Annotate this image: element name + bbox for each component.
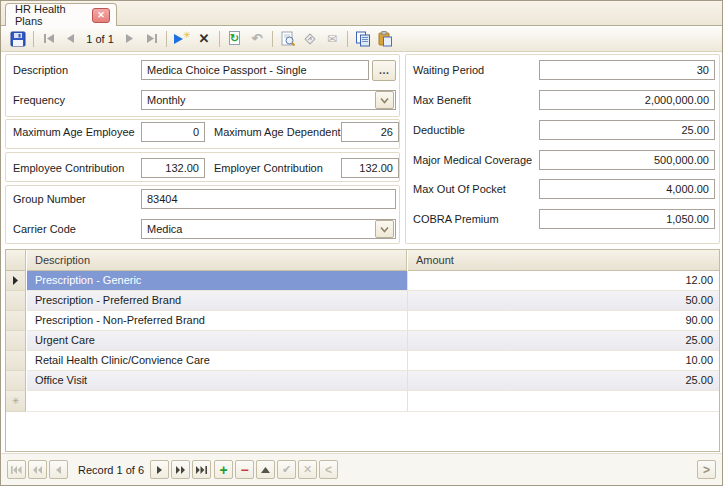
nav-commit-icon[interactable]: ✔ xyxy=(277,460,296,479)
carrier-code-label: Carrier Code xyxy=(13,223,76,235)
nav-fast-previous-icon[interactable] xyxy=(28,460,47,479)
tab-hr-health-plans[interactable]: HR Health Plans ✕ xyxy=(5,3,117,26)
last-record-icon[interactable] xyxy=(141,29,161,49)
toolbar-separator xyxy=(219,31,220,47)
nav-fast-next-icon[interactable] xyxy=(171,460,190,479)
app-window: HR Health Plans ✕ 1 of 1 xyxy=(0,0,723,486)
nav-next-icon[interactable] xyxy=(150,460,169,479)
table-row[interactable]: Retail Health Clinic/Convience Care 10.0… xyxy=(6,351,719,371)
refresh-icon[interactable]: ↻ xyxy=(225,29,245,49)
table-row[interactable]: Urgent Care 25.00 xyxy=(6,331,719,351)
major-medical-coverage-input[interactable]: 500,000.00 xyxy=(539,150,715,170)
frequency-select[interactable]: Monthly xyxy=(141,90,396,110)
scroll-right-icon[interactable]: > xyxy=(697,460,716,479)
nav-delete-row-icon[interactable]: − xyxy=(235,460,254,479)
nav-last-icon[interactable] xyxy=(192,460,211,479)
waiting-period-label: Waiting Period xyxy=(413,64,484,76)
maximum-age-employee-label: Maximum Age Employee xyxy=(13,126,135,138)
toolbar-separator xyxy=(347,31,348,47)
row-amount[interactable]: 50.00 xyxy=(407,291,719,311)
column-header-amount[interactable]: Amount xyxy=(408,250,719,271)
row-description[interactable]: Prescription - Preferred Brand xyxy=(27,291,407,311)
selected-row-indicator-icon xyxy=(6,271,26,291)
record-navigator: Record 1 of 6 + − ✔ ✕ < > xyxy=(1,453,722,485)
next-record-icon[interactable] xyxy=(119,29,139,49)
column-header-description[interactable]: Description xyxy=(27,250,407,271)
employer-contribution-input[interactable]: 132.00 xyxy=(341,158,399,178)
max-out-of-pocket-label: Max Out Of Pocket xyxy=(413,183,506,195)
copy-icon[interactable] xyxy=(353,29,373,49)
new-row[interactable]: ✳ xyxy=(6,391,719,412)
maximum-age-dependent-input[interactable]: 26 xyxy=(341,122,399,142)
row-amount[interactable]: 25.00 xyxy=(407,331,719,351)
table-row[interactable]: Office Visit 25.00 xyxy=(6,371,719,391)
nav-previous-icon[interactable] xyxy=(49,460,68,479)
cobra-premium-label: COBRA Premium xyxy=(413,213,499,225)
employee-contribution-label: Employee Contribution xyxy=(13,162,124,174)
maximum-age-employee-input[interactable]: 0 xyxy=(141,122,205,142)
table-row[interactable]: Prescription - Non-Preferred Brand 90.00 xyxy=(6,311,719,331)
cobra-premium-input[interactable]: 1,050.00 xyxy=(539,209,715,229)
carrier-code-dropdown-icon[interactable] xyxy=(375,220,394,238)
toolbar-separator xyxy=(33,31,34,47)
row-description[interactable]: Retail Health Clinic/Convience Care xyxy=(27,351,407,371)
tab-bar: HR Health Plans ✕ xyxy=(1,1,722,26)
email-icon[interactable]: ✉ xyxy=(322,29,342,49)
paste-icon[interactable] xyxy=(375,29,395,49)
close-icon[interactable]: ✕ xyxy=(92,8,110,23)
row-amount[interactable]: 12.00 xyxy=(407,271,719,291)
table-row[interactable]: Prescription - Preferred Brand 50.00 xyxy=(6,291,719,311)
deductible-input[interactable]: 25.00 xyxy=(539,120,715,140)
frequency-dropdown-icon[interactable] xyxy=(375,91,394,109)
drill-down-icon[interactable] xyxy=(300,29,320,49)
row-amount[interactable]: 10.00 xyxy=(407,351,719,371)
frequency-label: Frequency xyxy=(13,94,65,106)
new-record-icon[interactable]: ✳ xyxy=(172,29,192,49)
maximum-age-dependent-label: Maximum Age Dependent xyxy=(214,126,341,138)
row-description[interactable]: Prescription - Generic xyxy=(27,271,407,291)
delete-record-icon[interactable]: ✕ xyxy=(194,29,214,49)
save-icon[interactable] xyxy=(8,29,28,49)
description-lookup-button[interactable]: … xyxy=(372,60,396,81)
row-amount[interactable]: 90.00 xyxy=(407,311,719,331)
group-number-input[interactable]: 83404 xyxy=(141,189,396,209)
undo-icon[interactable]: ↶ xyxy=(247,29,267,49)
employer-contribution-label: Employer Contribution xyxy=(214,162,323,174)
waiting-period-input[interactable]: 30 xyxy=(539,60,715,80)
toolbar-separator xyxy=(272,31,273,47)
nav-edit-row-icon[interactable] xyxy=(256,460,275,479)
major-medical-coverage-label: Major Medical Coverage xyxy=(413,154,532,166)
max-benefit-input[interactable]: 2,000,000.00 xyxy=(539,90,715,110)
description-input[interactable]: Medica Choice Passport - Single xyxy=(141,60,369,80)
plan-amounts-grid: Description Amount Prescription - Generi… xyxy=(5,249,720,452)
table-row[interactable]: Prescription - Generic 12.00 xyxy=(6,271,719,291)
grid-corner-cell xyxy=(6,250,26,271)
group-number-label: Group Number xyxy=(13,193,86,205)
nav-cancel-icon[interactable]: ✕ xyxy=(298,460,317,479)
toolbar-separator xyxy=(166,31,167,47)
row-description[interactable]: Urgent Care xyxy=(27,331,407,351)
new-row-marker-icon: ✳ xyxy=(6,391,26,412)
nav-add-row-icon[interactable]: + xyxy=(214,460,233,479)
record-count-label: Record 1 of 6 xyxy=(78,464,144,476)
scroll-left-icon[interactable]: < xyxy=(319,460,338,479)
toolbar: 1 of 1 ✳ ✕ ↻ ↶ xyxy=(1,26,722,52)
tab-title: HR Health Plans xyxy=(15,3,92,27)
employee-contribution-input[interactable]: 132.00 xyxy=(141,158,205,178)
first-record-icon[interactable] xyxy=(39,29,59,49)
record-position: 1 of 1 xyxy=(82,33,118,45)
carrier-code-select[interactable]: Medica xyxy=(141,219,396,239)
max-benefit-label: Max Benefit xyxy=(413,94,471,106)
previous-record-icon[interactable] xyxy=(61,29,81,49)
nav-first-icon[interactable] xyxy=(7,460,26,479)
row-amount[interactable]: 25.00 xyxy=(407,371,719,391)
deductible-label: Deductible xyxy=(413,124,465,136)
row-description[interactable]: Office Visit xyxy=(27,371,407,391)
description-label: Description xyxy=(13,64,68,76)
row-description[interactable]: Prescription - Non-Preferred Brand xyxy=(27,311,407,331)
print-preview-icon[interactable] xyxy=(278,29,298,49)
max-out-of-pocket-input[interactable]: 4,000.00 xyxy=(539,179,715,199)
